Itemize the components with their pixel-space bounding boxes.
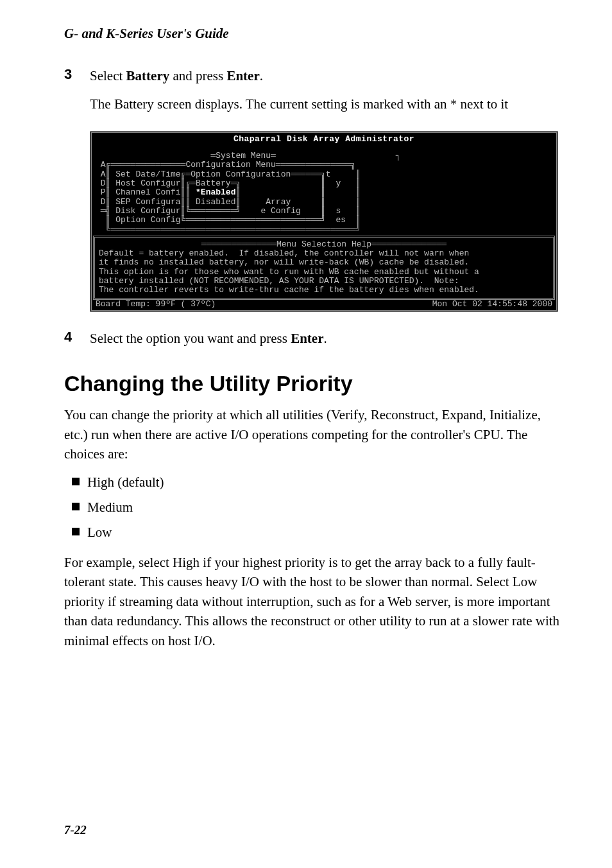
bullet-low: Low xyxy=(69,523,561,542)
terminal-datetime: Mon Oct 02 14:55:48 2000 xyxy=(432,300,552,309)
enabled-option: *Enabled xyxy=(196,188,235,197)
step-3-post: . xyxy=(260,68,263,83)
terminal-title: Chaparral Disk Array Administrator xyxy=(93,134,555,148)
step-3-instruction: Select Battery and press Enter. xyxy=(90,66,561,85)
step-4-body: Select the option you want and press Ent… xyxy=(90,329,561,357)
help-line-2: This option is for those who want to run… xyxy=(99,268,549,277)
step-4-pre: Select the option you want and press xyxy=(90,331,291,346)
step-4-number: 4 xyxy=(64,329,90,357)
page-header: G- and K-Series User's Guide xyxy=(64,26,561,42)
page-number: 7-22 xyxy=(64,823,87,837)
terminal-screenshot: Chaparral Disk Array Administrator ═Syst… xyxy=(90,131,561,312)
help-line-0: Default = battery enabled. If disabled, … xyxy=(99,249,549,258)
step-3-enter-term: Enter xyxy=(226,68,259,83)
step-3-pre: Select xyxy=(90,68,126,83)
term-line-2: A║ Set Date/Time╔═Option Configuration══… xyxy=(96,170,552,179)
step-3-body: Select Battery and press Enter. The Batt… xyxy=(90,66,561,123)
term-line-7: ║ Option Config╚════════════════════════… xyxy=(96,216,552,225)
bullet-medium: Medium xyxy=(69,498,561,517)
step-3: 3 Select Battery and press Enter. The Ba… xyxy=(64,66,561,123)
priority-bullets: High (default) Medium Low xyxy=(69,473,561,542)
step-4-instruction: Select the option you want and press Ent… xyxy=(90,329,561,348)
terminal-help-box: ═══════════════Menu Selection Help══════… xyxy=(93,236,555,300)
term-line-5: D║ SEP Configura║║ Disabled║ Array ║ ║ xyxy=(96,198,552,207)
term-line-3: D║ Host Configur║╔═Battery═╗ ║ y ║ xyxy=(96,179,552,188)
help-line-1: it finds no installed battery, nor will … xyxy=(99,258,549,267)
step-3-number: 3 xyxy=(64,66,90,123)
step-4-post: . xyxy=(324,331,327,346)
bullet-high: High (default) xyxy=(69,473,561,492)
section-closing: For example, select High if your highest… xyxy=(64,553,561,650)
step-4: 4 Select the option you want and press E… xyxy=(64,329,561,357)
step-3-mid: and press xyxy=(169,68,226,83)
terminal-window: Chaparral Disk Array Administrator ═Syst… xyxy=(90,131,558,312)
help-line-3: battery installed (NOT RECOMMENDED, AS Y… xyxy=(99,277,549,286)
term-line-4: P║ Channel Confi║║ *Enabled║ ║ ║ xyxy=(96,188,552,197)
section-intro: You can change the priority at which all… xyxy=(64,405,561,464)
term-line-0: ═System Menu═ ┐ xyxy=(96,152,552,161)
step-3-battery-term: Battery xyxy=(126,68,170,83)
step-3-desc: The Battery screen displays. The current… xyxy=(90,94,561,114)
terminal-help-title: ═══════════════Menu Selection Help══════… xyxy=(99,240,549,249)
term-line-1: A╔═══════════════Configuration Menu═════… xyxy=(96,161,552,169)
terminal-status-bar: Board Temp: 99ºF ( 37ºC) Mon Oct 02 14:5… xyxy=(93,300,555,309)
step-4-enter-term: Enter xyxy=(291,331,323,346)
term-line-8: ╚═══════════════════════════════════════… xyxy=(96,225,552,234)
terminal-temp: Board Temp: 99ºF ( 37ºC) xyxy=(96,300,216,309)
section-heading: Changing the Utility Priority xyxy=(64,371,561,396)
terminal-body: ═System Menu═ ┐ A╔═══════════════Configu… xyxy=(93,148,555,234)
help-line-4: The controller reverts to write-thru cac… xyxy=(99,286,549,295)
